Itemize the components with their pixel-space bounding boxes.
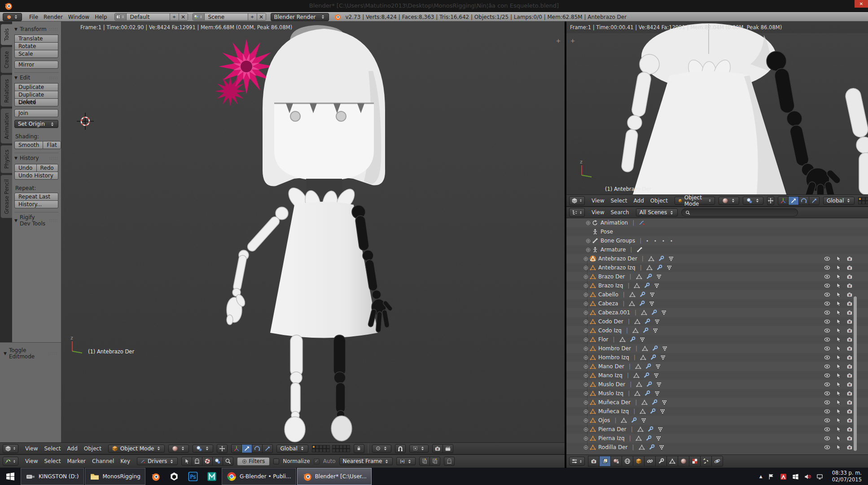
menu-render[interactable]: Render xyxy=(41,14,66,20)
scale-manipulator-button[interactable] xyxy=(262,444,273,453)
restrict-render-icon[interactable] xyxy=(846,265,853,271)
menu-file[interactable]: File xyxy=(26,14,41,20)
properties-tab-scene[interactable] xyxy=(610,456,622,467)
snap-spheres-icon[interactable] xyxy=(212,457,223,466)
outliner-item[interactable]: Rodilla Der | •••• xyxy=(566,443,868,452)
outliner-item[interactable]: Codo Der | •••• xyxy=(566,317,868,326)
tray-expand-icon[interactable]: ▲ xyxy=(759,474,763,479)
expand-icon[interactable] xyxy=(583,418,588,423)
restrict-view-icon[interactable] xyxy=(824,399,830,406)
manipulator-toggle-2[interactable] xyxy=(767,196,774,205)
keying-set-select[interactable] xyxy=(396,457,416,465)
expand-icon[interactable] xyxy=(583,400,588,405)
taskbar-item-usb[interactable]: KINGSTON (D:) xyxy=(21,468,84,485)
outliner-item-label[interactable]: Muslo Izq xyxy=(598,390,623,397)
restrict-render-icon[interactable] xyxy=(846,417,853,423)
outliner-item[interactable]: Pose | •••• xyxy=(566,227,868,236)
restrict-select-icon[interactable] xyxy=(835,381,842,388)
expand-icon[interactable] xyxy=(583,319,588,324)
tool-shelf-tab-grease-pencil[interactable]: Grease Pencil xyxy=(0,175,12,219)
snap-toggle[interactable] xyxy=(395,444,406,453)
properties-tab-texture[interactable] xyxy=(689,456,701,467)
translate-manipulator-button[interactable] xyxy=(241,444,252,453)
restrict-render-icon[interactable] xyxy=(846,318,853,325)
expand-icon[interactable] xyxy=(586,220,591,225)
set-origin-dropdown[interactable]: Set Origin xyxy=(14,120,58,128)
delete-scene-button[interactable]: ✕ xyxy=(257,13,266,20)
outliner-item[interactable]: Antebrazo Der | •••• xyxy=(566,254,868,263)
restrict-render-icon[interactable] xyxy=(846,435,853,441)
pivot-center-select-2[interactable] xyxy=(743,197,763,205)
editor-type-button-properties[interactable] xyxy=(569,457,585,466)
menu-view[interactable]: View xyxy=(588,209,607,216)
outliner-item-label[interactable]: Flor xyxy=(598,336,609,343)
restrict-view-icon[interactable] xyxy=(824,265,830,271)
copy-keyframes-button[interactable] xyxy=(419,457,430,466)
expand-icon[interactable] xyxy=(583,283,588,288)
region-expand-icon-2[interactable]: ＋ xyxy=(569,38,576,44)
shade-flat-button[interactable]: Flat xyxy=(43,141,61,149)
translate-manipulator-button-2[interactable] xyxy=(788,196,799,205)
expand-icon[interactable] xyxy=(583,337,588,342)
action-center-flag-icon[interactable] xyxy=(768,473,775,480)
menu-select[interactable]: Select xyxy=(41,458,64,464)
antivirus-icon[interactable] xyxy=(780,473,787,480)
outliner-item-label[interactable]: Pierna Der xyxy=(598,426,627,432)
add-layout-button[interactable]: ＋ xyxy=(170,13,179,20)
panel-header-edit[interactable]: ▼Edit::::: xyxy=(14,75,58,81)
menu-object[interactable]: Object xyxy=(81,445,105,452)
duplicate-button[interactable]: Duplicate xyxy=(14,83,58,91)
panel-header-operator[interactable]: ▼Toggle Editmode::::: xyxy=(4,347,57,360)
outliner-item-label[interactable]: Hombro Der xyxy=(598,345,631,352)
expand-icon[interactable] xyxy=(586,238,591,243)
restrict-render-icon[interactable] xyxy=(846,372,853,379)
restrict-select-icon[interactable] xyxy=(835,372,842,379)
3d-viewport-secondary[interactable]: z Frame:1 | Time:00:00.41 | Ve:8424 Fa:1… xyxy=(566,22,868,194)
restrict-view-icon[interactable] xyxy=(824,435,830,441)
restrict-view-icon[interactable] xyxy=(824,444,830,450)
screen-layout-value[interactable]: Default xyxy=(127,14,170,20)
restrict-view-icon[interactable] xyxy=(824,381,830,388)
properties-tab-constraints[interactable] xyxy=(644,456,656,467)
properties-tab-particles[interactable] xyxy=(700,456,712,467)
viewport-shading-select[interactable] xyxy=(168,445,189,453)
expand-icon[interactable] xyxy=(583,373,588,378)
menu-view[interactable]: View xyxy=(588,198,607,204)
outliner-item[interactable]: Pierna Der | •••• xyxy=(566,425,868,434)
3d-viewport-main[interactable]: z Frame:1 | Time:00:02.90 | Ve:8424 Fa:1… xyxy=(61,22,565,442)
menu-key[interactable]: Key xyxy=(117,458,133,464)
outliner-item[interactable]: Antebrazo Izq | •••• xyxy=(566,263,868,272)
filters-button[interactable]: Filters xyxy=(237,457,270,466)
outliner-item[interactable]: Muslo Der | •••• xyxy=(566,380,868,389)
panel-header-transform[interactable]: ▼Transform::::: xyxy=(14,26,58,32)
menu-search[interactable]: Search xyxy=(607,209,632,216)
outliner-item-label[interactable]: Mano Der xyxy=(598,363,624,370)
restrict-select-icon[interactable] xyxy=(835,417,842,423)
tool-shelf-tab-physics[interactable]: Physics xyxy=(0,145,12,173)
restrict-view-icon[interactable] xyxy=(824,291,830,298)
outliner-item[interactable]: Hombro Izq | •••• xyxy=(566,353,868,362)
graph-mode-select[interactable]: Drivers xyxy=(137,457,178,465)
outliner-item[interactable]: Cabeza | •••• xyxy=(566,299,868,308)
outliner-item[interactable]: Cabello | •••• xyxy=(566,290,868,299)
properties-tab-material[interactable] xyxy=(678,456,689,467)
menu-add[interactable]: Add xyxy=(631,198,647,204)
restrict-select-icon[interactable] xyxy=(835,444,842,450)
layers-widget-2[interactable] xyxy=(858,197,868,204)
menu-window[interactable]: Window xyxy=(66,14,92,20)
restrict-view-icon[interactable] xyxy=(824,390,830,397)
outliner-item[interactable]: Bone Groups | •••• xyxy=(566,236,868,245)
taskbar-item-photoshop[interactable] xyxy=(184,468,202,485)
expand-icon[interactable] xyxy=(583,256,588,261)
volume-muted-icon[interactable] xyxy=(804,473,811,480)
viewport-shading-select-2[interactable] xyxy=(719,197,739,205)
restrict-select-icon[interactable] xyxy=(835,399,842,406)
redo-button[interactable]: Redo xyxy=(36,164,59,172)
restrict-render-icon[interactable] xyxy=(846,426,853,432)
add-scene-button[interactable]: ＋ xyxy=(248,13,257,20)
outliner-item-label[interactable]: Cabeza xyxy=(598,300,618,307)
restrict-render-icon[interactable] xyxy=(846,300,853,307)
outliner-search-input[interactable] xyxy=(681,208,798,216)
region-expand-icon[interactable]: ＋ xyxy=(555,38,562,44)
menu-marker[interactable]: Marker xyxy=(64,458,89,464)
